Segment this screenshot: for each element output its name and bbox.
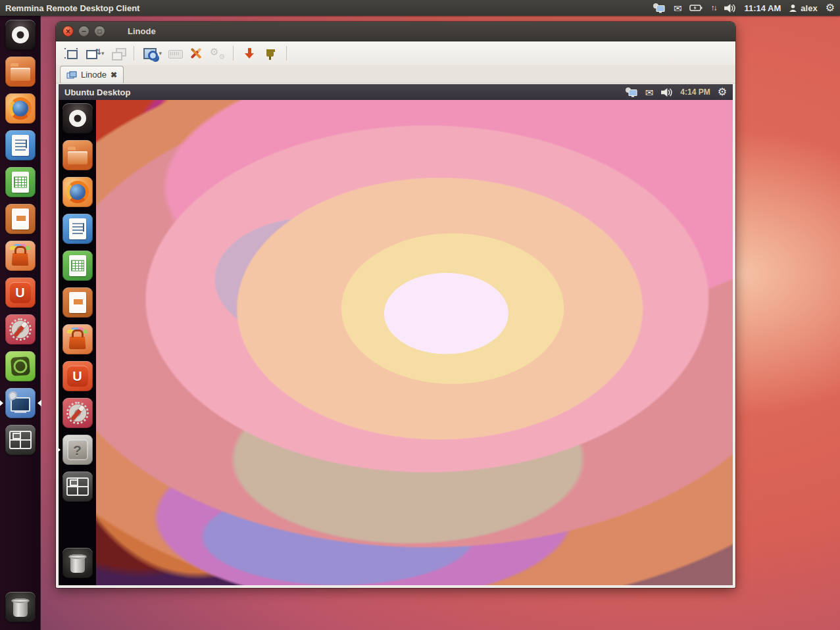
toolbar-separator bbox=[286, 46, 287, 61]
user-menu[interactable]: alex bbox=[789, 3, 817, 13]
remote-desktop-indicator-icon[interactable] bbox=[653, 3, 666, 13]
remote-top-panel: Ubuntu Desktop ✉ 4:14 PM ⚙ bbox=[59, 84, 733, 100]
mail-icon[interactable]: ✉ bbox=[645, 87, 654, 97]
files-launcher-icon[interactable] bbox=[5, 57, 36, 87]
remmina-window: × − □ Linode ▾▾ Linode ✖ Ubuntu Desktop bbox=[56, 22, 735, 588]
session-gear-icon[interactable]: ⚙ bbox=[718, 87, 727, 97]
software-sources-launcher-icon[interactable] bbox=[5, 351, 36, 381]
remote-clock[interactable]: 4:14 PM bbox=[680, 87, 710, 97]
software-center-launcher-icon[interactable] bbox=[62, 324, 93, 354]
trash-launcher-icon[interactable] bbox=[62, 548, 93, 578]
focused-indicator-arrow bbox=[37, 400, 41, 406]
remmina-toolbar: ▾▾ bbox=[56, 41, 735, 65]
toolbar-separator bbox=[233, 46, 234, 61]
unknown-app-glyph: ? bbox=[62, 435, 93, 465]
dropdown-arrow-icon[interactable]: ▾ bbox=[159, 50, 162, 57]
scaled-view-icon bbox=[142, 46, 158, 61]
host-panel-title: Remmina Remote Desktop Client bbox=[5, 3, 139, 13]
remmina-launcher-icon[interactable] bbox=[5, 388, 36, 418]
volume-icon[interactable] bbox=[660, 87, 673, 97]
libreoffice-impress-launcher-icon[interactable] bbox=[5, 204, 36, 234]
person-icon bbox=[789, 4, 797, 12]
minimize-window-toolbar-button[interactable] bbox=[239, 44, 259, 62]
volume-icon[interactable] bbox=[724, 3, 736, 13]
window-title: Linode bbox=[128, 26, 156, 36]
toolbar-separator bbox=[134, 46, 134, 61]
disconnect-icon bbox=[262, 46, 278, 61]
libreoffice-writer-launcher-icon[interactable] bbox=[5, 130, 36, 160]
scaled-view-toolbar-button[interactable]: ▾ bbox=[140, 44, 164, 62]
files-launcher-icon[interactable] bbox=[62, 140, 93, 170]
ubuntu-one-launcher-icon[interactable]: U bbox=[5, 278, 36, 308]
tools-toolbar-button[interactable] bbox=[186, 44, 206, 62]
mail-icon[interactable]: ✉ bbox=[674, 3, 682, 13]
system-settings-launcher-icon[interactable] bbox=[62, 398, 93, 428]
unknown-app-launcher-icon[interactable]: ? bbox=[62, 435, 93, 465]
ubuntu-dash-launcher-icon[interactable] bbox=[62, 103, 93, 133]
host-launcher: U bbox=[0, 16, 41, 630]
ubuntu-one-glyph: U bbox=[62, 361, 93, 391]
software-center-launcher-icon[interactable] bbox=[5, 241, 36, 271]
workspace-switcher-launcher-icon[interactable] bbox=[5, 425, 36, 455]
session-gear-icon[interactable]: ⚙ bbox=[826, 3, 835, 13]
tab-linode[interactable]: Linode ✖ bbox=[60, 66, 124, 83]
tools-icon bbox=[188, 46, 204, 61]
libreoffice-writer-launcher-icon[interactable] bbox=[62, 214, 93, 244]
host-indicator-tray: ✉ ↑↓ 11:14 AM alex ⚙ bbox=[653, 3, 835, 13]
window-titlebar[interactable]: × − □ Linode bbox=[56, 22, 735, 41]
grab-keyboard-icon bbox=[167, 46, 183, 61]
ubuntu-one-glyph: U bbox=[5, 278, 36, 308]
disconnect-toolbar-button[interactable] bbox=[260, 44, 280, 62]
duplicate-toolbar-button bbox=[108, 44, 128, 62]
libreoffice-calc-launcher-icon[interactable] bbox=[5, 167, 36, 197]
host-clock[interactable]: 11:14 AM bbox=[744, 3, 781, 13]
dropdown-arrow-icon[interactable]: ▾ bbox=[101, 50, 105, 57]
running-indicator-arrow bbox=[0, 400, 3, 406]
window-controls: × − □ bbox=[62, 26, 105, 37]
remote-launcher: U? bbox=[59, 100, 96, 585]
remote-desktop-body: U? bbox=[59, 100, 733, 585]
gears-toolbar-button bbox=[207, 44, 227, 62]
duplicate-icon bbox=[110, 46, 126, 61]
screen: Remmina Remote Desktop Client ✉ ↑↓ 11:14… bbox=[0, 0, 840, 630]
remote-panel-title: Ubuntu Desktop bbox=[64, 87, 130, 97]
tab-label: Linode bbox=[81, 70, 107, 80]
firefox-launcher-icon[interactable] bbox=[5, 93, 36, 124]
libreoffice-impress-launcher-icon[interactable] bbox=[62, 287, 93, 318]
window-maximize-button[interactable]: □ bbox=[94, 26, 105, 37]
grab-keyboard-toolbar-button bbox=[165, 44, 185, 62]
remote-desktop-wallpaper[interactable] bbox=[96, 100, 733, 585]
workspace-switcher-launcher-icon[interactable] bbox=[62, 472, 93, 502]
trash-launcher-icon[interactable] bbox=[5, 592, 36, 622]
running-indicator-arrow bbox=[58, 447, 61, 453]
fit-window-icon bbox=[84, 46, 100, 61]
window-minimize-button[interactable]: − bbox=[78, 26, 89, 37]
tab-bar: Linode ✖ bbox=[56, 65, 735, 84]
remote-indicator-tray: ✉ 4:14 PM ⚙ bbox=[625, 87, 727, 97]
fullscreen-icon bbox=[63, 46, 79, 61]
network-arrows-icon[interactable]: ↑↓ bbox=[710, 4, 716, 12]
fullscreen-toolbar-button[interactable] bbox=[61, 44, 81, 62]
user-label: alex bbox=[801, 3, 817, 13]
ubuntu-one-launcher-icon[interactable]: U bbox=[62, 361, 93, 391]
minimize-window-icon bbox=[241, 46, 257, 61]
remote-desktop-indicator-icon[interactable] bbox=[625, 87, 638, 97]
connection-tab-icon bbox=[66, 71, 77, 79]
battery-icon[interactable] bbox=[689, 4, 703, 12]
firefox-launcher-icon[interactable] bbox=[62, 177, 93, 207]
system-settings-launcher-icon[interactable] bbox=[5, 314, 36, 345]
remote-session-viewport[interactable]: Ubuntu Desktop ✉ 4:14 PM ⚙ U? bbox=[58, 84, 733, 586]
ubuntu-dash-launcher-icon[interactable] bbox=[5, 20, 36, 50]
gears-icon bbox=[209, 46, 225, 61]
window-close-button[interactable]: × bbox=[62, 26, 74, 37]
tab-close-icon[interactable]: ✖ bbox=[111, 71, 117, 79]
libreoffice-calc-launcher-icon[interactable] bbox=[62, 251, 93, 281]
host-top-panel: Remmina Remote Desktop Client ✉ ↑↓ 11:14… bbox=[0, 0, 840, 16]
fit-window-toolbar-button[interactable]: ▾ bbox=[82, 44, 107, 62]
